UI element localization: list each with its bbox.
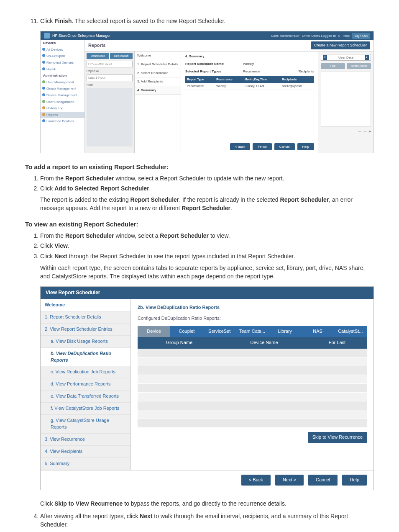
- heading-add-report: To add a report to an existing Report Sc…: [25, 162, 374, 172]
- filters-panel: Dashboard Replication HP1C194F3224 Repor…: [85, 51, 135, 153]
- wizard-content: 2b. View DeDuplication Ratio Reports Con…: [131, 299, 373, 470]
- skip-paragraph: Click Skip to View Recurrence to bypass …: [40, 499, 374, 508]
- right-panel: ▾User Data▾ Plot Reset Zoom — — ▶: [318, 51, 373, 153]
- table-row: [138, 383, 367, 392]
- report-tabs: Device Couplet ServiceSet Team Cata... L…: [138, 326, 367, 337]
- table-row: [138, 410, 367, 419]
- view-step-4: After viewing all the report types, clic…: [40, 512, 374, 529]
- figure-summary-screenshot: HP StoreOnce Enterprise Manager User: Ad…: [40, 31, 374, 153]
- nav-active[interactable]: b. View DeDuplication Ratio Reports: [41, 348, 130, 367]
- dialog-title: View Report Scheduler: [41, 287, 373, 299]
- plot-button[interactable]: Plot: [321, 63, 345, 69]
- sidebar-item-reports[interactable]: Reports: [41, 112, 84, 118]
- reports-header: Reports Create a new Report Scheduler: [85, 40, 373, 51]
- help-button[interactable]: Help: [342, 475, 367, 486]
- data-select[interactable]: ▾User Data▾: [321, 54, 371, 61]
- table-row: [138, 357, 367, 366]
- cancel-button[interactable]: Cancel: [308, 475, 338, 486]
- view-step-1: From the Report Scheduler window, select…: [40, 231, 374, 240]
- heading-view-scheduler: To view an existing Report Scheduler:: [25, 220, 374, 229]
- table-row: [138, 419, 367, 427]
- chart-placeholder: [321, 72, 371, 127]
- summary-panel: 4. Summary Report Scheduler Name:Weekly …: [181, 51, 318, 153]
- back-button[interactable]: < Back: [241, 475, 271, 486]
- app-titlebar: HP StoreOnce Enterprise Manager User: Ad…: [41, 31, 373, 40]
- app-title: HP StoreOnce Enterprise Manager: [52, 33, 110, 39]
- table-row: [138, 349, 367, 357]
- create-scheduler-button[interactable]: Create a new Report Scheduler: [311, 41, 370, 49]
- table-row: [138, 375, 367, 383]
- back-button[interactable]: < Back: [230, 143, 251, 151]
- skip-to-recurrence-button[interactable]: Skip to View Recurrence: [308, 432, 367, 443]
- view-step-3: Click Next through the Report Scheduler …: [40, 252, 374, 281]
- add-step-2: Click Add to Selected Report Scheduler. …: [40, 184, 374, 212]
- wizard-nav: Welcome 1. Report Scheduler Details 2. V…: [41, 299, 131, 470]
- table-row: [138, 366, 367, 375]
- hp-logo-icon: [44, 33, 50, 39]
- wizard-action-buttons: < Back Finish Cancel Help: [230, 143, 314, 151]
- next-button[interactable]: Next >: [275, 475, 304, 486]
- view-step-2: Click View.: [40, 242, 374, 250]
- cancel-button[interactable]: Cancel: [274, 143, 295, 151]
- sidebar-nav: Devices All Devices Un-Grouped Removed D…: [41, 40, 85, 153]
- help-button[interactable]: Help: [297, 143, 314, 151]
- table-row: [138, 392, 367, 401]
- device-select[interactable]: HP1C194F3224: [87, 61, 133, 67]
- step-11: Click Finish. The selected report is sav…: [40, 17, 374, 25]
- wizard-steps: Welcome 1. Report Scheduler Details 2. S…: [135, 51, 181, 153]
- timerange-select[interactable]: Last 1 Hour: [87, 75, 133, 81]
- sign-out-button[interactable]: Sign Out: [352, 33, 370, 39]
- figure-view-scheduler: View Report Scheduler Welcome 1. Report …: [40, 286, 374, 490]
- dialog-buttons: < Back Next > Cancel Help: [41, 470, 373, 490]
- reports-table: Group Name Device Name For Last: [138, 337, 367, 428]
- table-row: [138, 401, 367, 410]
- finish-button[interactable]: Finish: [253, 143, 271, 151]
- summary-table: Report Type Recurrence Month,Day,Time Re…: [185, 76, 314, 90]
- reset-zoom-button[interactable]: Reset Zoom: [347, 63, 371, 69]
- add-step-1: From the Report Scheduler window, select…: [40, 174, 374, 182]
